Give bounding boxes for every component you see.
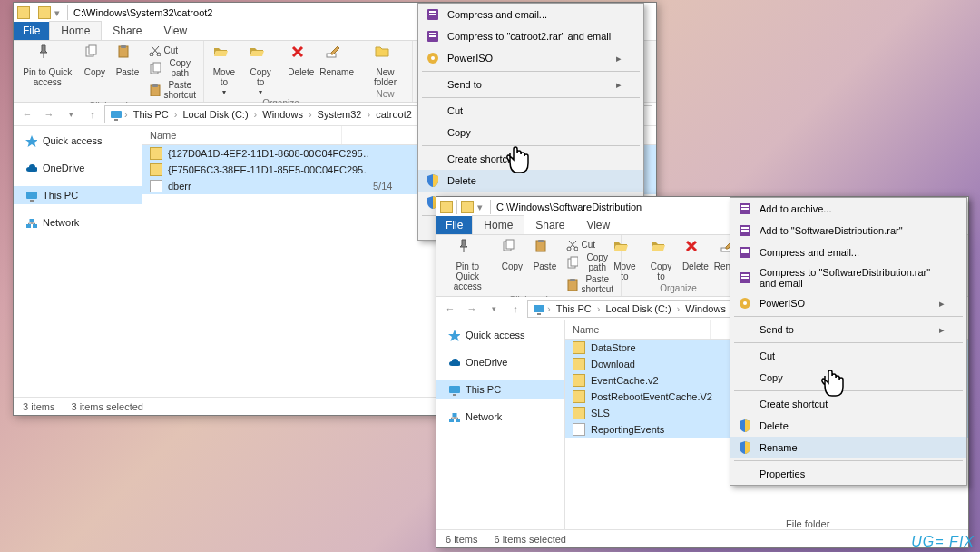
context-menu-item[interactable]: Add to "SoftwareDistribution.rar" — [730, 220, 966, 242]
tab-home[interactable]: Home — [49, 21, 102, 40]
context-menu-item[interactable]: Cut — [418, 100, 643, 122]
context-menu-label: Create shortcut — [760, 399, 828, 409]
new-folder-button[interactable]: New folder — [362, 43, 408, 89]
nav-up-button[interactable]: ↑ — [83, 104, 103, 124]
nav-back-button[interactable]: ← — [17, 104, 37, 124]
context-menu-item[interactable]: Create shortcut — [418, 148, 643, 170]
copy-button[interactable]: Copy — [496, 237, 527, 273]
ribbon-group-label: New — [376, 89, 394, 100]
tab-file[interactable]: File — [14, 22, 49, 40]
context-menu-item[interactable]: PowerISO ▸ — [418, 47, 643, 69]
nav-history-button[interactable]: ▾ — [484, 299, 504, 319]
blank-icon — [426, 152, 440, 166]
folder-icon — [573, 341, 585, 354]
shield-icon — [426, 173, 440, 188]
context-menu-item[interactable]: Copy — [418, 122, 643, 143]
copy-to-button[interactable]: Copy to — [644, 237, 679, 283]
dropdown-icon[interactable]: ▾ — [477, 202, 483, 213]
context-menu-label: Cut — [760, 350, 775, 361]
paste-button[interactable]: Paste — [529, 237, 560, 273]
delete-button[interactable]: Delete — [286, 43, 317, 79]
file-name: dberr — [168, 181, 368, 192]
tab-view[interactable]: View — [152, 22, 198, 40]
move-to-button[interactable]: Move to — [607, 237, 642, 283]
rar-icon — [738, 223, 752, 238]
copy-to-button[interactable]: Copy to▾ — [243, 43, 278, 98]
copy-path-button[interactable]: Copy path — [144, 57, 200, 79]
submenu-arrow-icon: ▸ — [616, 79, 622, 91]
sidebar-item-quick-access[interactable]: Quick access — [436, 326, 564, 344]
tab-share[interactable]: Share — [102, 22, 152, 40]
sidebar-item-this-pc[interactable]: This PC — [14, 186, 142, 204]
watermark: UG= FIX — [911, 534, 975, 550]
context-menu-label: Add to "SoftwareDistribution.rar" — [760, 225, 903, 236]
move-to-button[interactable]: Move to▾ — [207, 43, 242, 98]
context-menu-item[interactable]: Delete — [730, 415, 966, 437]
context-menu-item[interactable]: Properties — [730, 463, 966, 485]
paste-button[interactable]: Paste — [112, 43, 142, 79]
pin-quick-access-button[interactable]: Pin to Quick access — [440, 237, 495, 293]
paste-shortcut-button[interactable]: Paste shortcut — [144, 79, 200, 101]
context-menu-item[interactable]: Add to archive... — [730, 198, 966, 220]
sidebar-item-this-pc[interactable]: This PC — [436, 380, 564, 399]
delete-button[interactable]: Delete — [680, 237, 710, 273]
context-menu-label: Copy — [447, 127, 471, 138]
tab-file[interactable]: File — [436, 216, 472, 234]
sidebar-item-network[interactable]: Network — [436, 408, 564, 426]
context-menu-item[interactable]: Rename — [730, 437, 966, 458]
context-menu-label: Rename — [760, 442, 798, 453]
context-menu-label: Delete — [447, 175, 476, 186]
file-name: ReportingEvents — [591, 424, 727, 435]
context-menu-item[interactable]: Compress and email... — [418, 4, 643, 25]
blank-icon — [426, 125, 440, 140]
nav-up-button[interactable]: ↑ — [505, 299, 525, 319]
sidebar-item-network[interactable]: Network — [14, 213, 142, 232]
nav-back-button[interactable]: ← — [440, 299, 460, 319]
folder-icon — [573, 407, 585, 419]
rar-icon — [738, 271, 752, 285]
context-menu-item[interactable]: Compress to "catroot2.rar" and email — [418, 25, 643, 47]
folder-icon — [17, 6, 30, 19]
tab-share[interactable]: Share — [524, 216, 575, 234]
context-menu-item[interactable]: Delete — [418, 170, 643, 192]
context-menu-label: Add to archive... — [760, 203, 832, 214]
context-menu-item[interactable]: PowerISO ▸ — [730, 292, 966, 314]
context-menu-item[interactable]: Cut — [730, 345, 966, 367]
sidebar-item-quick-access[interactable]: Quick access — [14, 132, 142, 150]
context-menu-label: Compress and email... — [447, 9, 547, 20]
context-menu-label: Compress to "catroot2.rar" and email — [447, 31, 611, 42]
nav-history-button[interactable]: ▾ — [61, 104, 81, 124]
tab-home[interactable]: Home — [472, 215, 524, 234]
context-menu-item[interactable]: Create shortcut — [730, 393, 966, 415]
pin-quick-access-button[interactable]: Pin to Quick access — [17, 43, 77, 89]
context-menu-item[interactable]: Copy — [730, 367, 966, 389]
copy-button[interactable]: Copy — [79, 43, 110, 79]
poweriso-icon — [738, 296, 752, 310]
dropdown-icon[interactable]: ▾ — [54, 7, 60, 19]
context-menu-item[interactable]: Send to ▸ — [730, 319, 966, 340]
context-menu-label: PowerISO — [447, 53, 493, 64]
context-menu-item[interactable]: Send to ▸ — [418, 74, 643, 95]
nav-forward-button[interactable]: → — [39, 104, 59, 124]
sidebar-item-onedrive[interactable]: OneDrive — [14, 159, 142, 177]
context-menu-item[interactable]: Compress to "SoftwareDistribution.rar" a… — [730, 263, 966, 292]
context-menu-label: Delete — [760, 420, 789, 431]
context-menu-label: Compress to "SoftwareDistribution.rar" a… — [760, 267, 945, 289]
submenu-arrow-icon: ▸ — [939, 298, 945, 310]
context-menu-label: Compress and email... — [760, 247, 859, 258]
cut-button[interactable]: Cut — [144, 43, 200, 57]
sidebar-item-onedrive[interactable]: OneDrive — [436, 353, 564, 371]
context-menu-label: Send to — [447, 79, 482, 90]
folder-icon — [573, 358, 585, 370]
context-menu-label: Copy — [760, 372, 783, 383]
submenu-arrow-icon: ▸ — [616, 53, 622, 64]
folder-icon — [573, 390, 585, 403]
context-menu-item[interactable]: Compress and email... — [730, 242, 966, 263]
rename-button[interactable]: Rename — [318, 43, 356, 79]
file-name: {F750E6C3-38EE-11D1-85E5-00C04FC295… — [168, 164, 368, 175]
nav-forward-button[interactable]: → — [462, 299, 482, 319]
tab-view[interactable]: View — [575, 216, 621, 234]
rar-icon — [426, 7, 440, 22]
folder-icon — [573, 374, 585, 387]
context-menu-label: Cut — [447, 105, 463, 116]
